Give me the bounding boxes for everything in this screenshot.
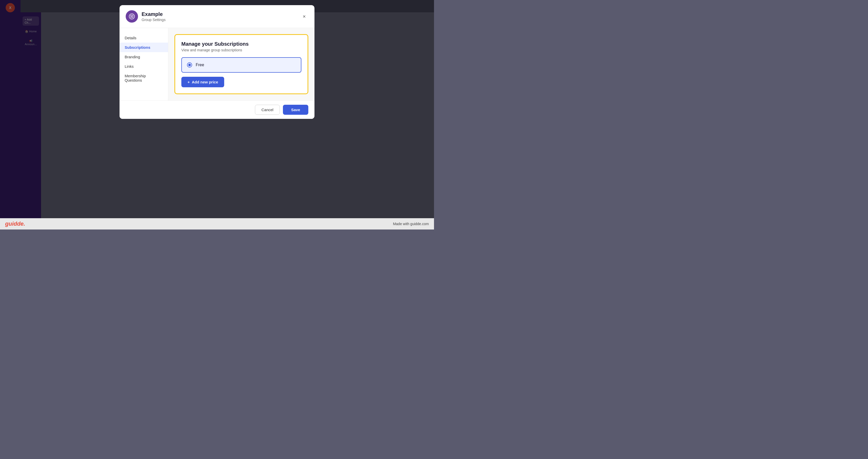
bottom-bar: guidde. Made with guidde.com — [0, 218, 434, 229]
modal-header: Example Group Settings × — [120, 5, 314, 28]
made-with-text: Made with guidde.com — [393, 222, 429, 226]
radio-button[interactable] — [187, 62, 192, 67]
modal-content-area: Manage your Subscriptions View and manag… — [168, 28, 314, 101]
radio-inner — [188, 64, 191, 66]
modal-body: Details Subscriptions Branding Links Mem… — [120, 28, 314, 101]
save-button[interactable]: Save — [283, 105, 308, 115]
plan-label: Free — [196, 63, 204, 67]
highlight-box: Manage your Subscriptions View and manag… — [175, 34, 308, 94]
free-plan-card[interactable]: Free — [181, 57, 301, 73]
nav-membership-questions[interactable]: Membership Questions — [120, 71, 168, 85]
nav-subscriptions[interactable]: Subscriptions — [120, 42, 168, 52]
modal-sidebar-nav: Details Subscriptions Branding Links Mem… — [120, 28, 168, 101]
guidde-logo: guidde. — [5, 221, 25, 227]
nav-branding[interactable]: Branding — [120, 52, 168, 62]
section-title: Manage your Subscriptions — [181, 41, 301, 47]
cancel-button[interactable]: Cancel — [255, 105, 280, 115]
modal: Example Group Settings × Details Subscri… — [120, 5, 314, 119]
add-price-label: Add new price — [192, 80, 218, 84]
add-price-button[interactable]: + Add new price — [181, 77, 224, 87]
modal-subtitle: Group Settings — [142, 18, 297, 22]
group-icon — [126, 10, 138, 23]
nav-details[interactable]: Details — [120, 33, 168, 42]
modal-overlay: Example Group Settings × Details Subscri… — [0, 0, 434, 229]
modal-title: Example — [142, 11, 297, 17]
guidde-logo-text: guidde. — [5, 221, 25, 227]
section-desc: View and manage group subscriptions — [181, 48, 301, 52]
modal-footer: Cancel Save — [120, 101, 314, 119]
modal-close-button[interactable]: × — [300, 12, 308, 21]
plus-icon: + — [187, 80, 190, 84]
modal-title-area: Example Group Settings — [142, 11, 297, 22]
nav-links[interactable]: Links — [120, 62, 168, 71]
